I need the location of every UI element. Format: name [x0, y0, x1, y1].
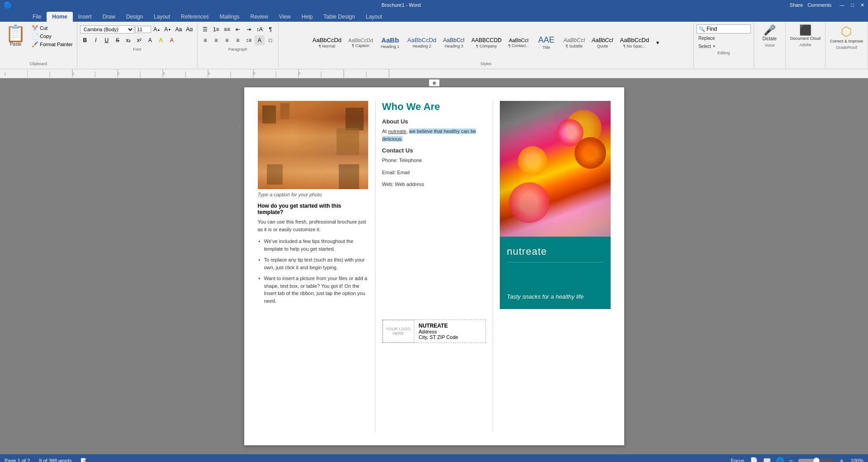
- intro-text[interactable]: You can use this fresh, professional bro…: [258, 218, 368, 233]
- font-color-button[interactable]: A: [167, 35, 177, 45]
- text-case-button[interactable]: Aα: [185, 24, 194, 34]
- bullet-2[interactable]: To replace any tip text (such as this) w…: [258, 256, 368, 271]
- font-shrink-button[interactable]: A▼: [163, 24, 173, 34]
- tab-tabledesign[interactable]: Table Design: [318, 12, 360, 22]
- style-subtitle[interactable]: AaBbCcI ¶ Subtitle: [560, 35, 588, 50]
- bullet-1[interactable]: We've included a few tips throughout the…: [258, 238, 368, 252]
- zoom-level[interactable]: 100%: [849, 458, 863, 462]
- superscript-button[interactable]: x²: [134, 35, 144, 45]
- right-column[interactable]: nutreate Tasty snacks for a healthy life: [493, 101, 611, 432]
- copy-button[interactable]: 📄 Copy: [30, 33, 74, 40]
- address-text[interactable]: Address: [419, 329, 458, 334]
- web-view-icon[interactable]: 🌐: [776, 457, 784, 462]
- subscript-button[interactable]: x₂: [123, 35, 133, 45]
- table-move-handle[interactable]: ⊕: [429, 79, 440, 86]
- tab-layout2[interactable]: Layout: [360, 12, 388, 22]
- style-caption[interactable]: AaBbCcDd ¶ Caption: [345, 36, 376, 50]
- tab-references[interactable]: References: [175, 12, 214, 22]
- tab-review[interactable]: Review: [245, 12, 274, 22]
- style-heading3[interactable]: AaBbCcI Heading 3: [440, 35, 468, 50]
- layout-view-icon[interactable]: 📄: [750, 457, 758, 462]
- style-heading2[interactable]: AaBbCcDd Heading 2: [404, 35, 440, 50]
- numbering-button[interactable]: 1≡: [211, 24, 221, 34]
- strikethrough-button[interactable]: S: [113, 35, 123, 45]
- left-column[interactable]: Type a caption for your photo How do you…: [258, 101, 375, 432]
- style-nospace[interactable]: AaBbCcDd ¶ No Spac...: [617, 35, 652, 50]
- underline-button[interactable]: U: [102, 35, 112, 45]
- clear-format-button[interactable]: Aa: [174, 24, 184, 34]
- logo-placeholder[interactable]: YOUR LOGO HERE: [383, 320, 414, 343]
- sort-button[interactable]: ↕A: [255, 24, 265, 34]
- about-us-text[interactable]: At nutreate, we believe that healthy can…: [382, 128, 486, 143]
- zoom-minus-button[interactable]: −: [789, 457, 793, 462]
- zoom-plus-button[interactable]: +: [840, 457, 844, 462]
- focus-label[interactable]: Focus: [731, 458, 745, 462]
- web-text[interactable]: Web: Web address: [382, 181, 486, 188]
- font-grow-button[interactable]: A▲: [152, 24, 162, 34]
- show-para-button[interactable]: ¶: [266, 24, 275, 34]
- font-size-input[interactable]: [135, 26, 151, 33]
- styles-scroll-down[interactable]: ▼: [653, 38, 663, 48]
- tab-mailings[interactable]: Mailings: [214, 12, 245, 22]
- phone-text[interactable]: Phone: Telephone: [382, 157, 486, 164]
- comments-button[interactable]: Comments: [807, 2, 831, 8]
- tab-home[interactable]: Home: [47, 12, 72, 22]
- increase-indent-button[interactable]: ⇥: [244, 24, 254, 34]
- who-we-are-heading[interactable]: Who We Are: [382, 101, 486, 113]
- tab-draw[interactable]: Draw: [97, 12, 121, 22]
- word-count[interactable]: 9 of 388 words: [39, 458, 71, 462]
- text-effects-button[interactable]: A: [145, 35, 155, 45]
- tab-layout[interactable]: Layout: [148, 12, 175, 22]
- replace-button[interactable]: Replace: [697, 35, 751, 42]
- photo-caption[interactable]: Type a caption for your photo: [258, 192, 368, 197]
- tab-insert[interactable]: Insert: [73, 12, 97, 22]
- document-cloud-button[interactable]: ⬛ Document Cloud: [788, 24, 822, 42]
- zoom-slider[interactable]: [798, 459, 835, 462]
- bullet-3[interactable]: Want to insert a picture from your files…: [258, 275, 368, 305]
- style-title[interactable]: AAE Title: [533, 33, 560, 52]
- cut-button[interactable]: ✂️ Cut: [30, 24, 74, 32]
- select-button[interactable]: Select ▼: [697, 43, 751, 50]
- tagline[interactable]: Tasty snacks for a healthy life: [507, 293, 603, 300]
- align-center-button[interactable]: ≡: [211, 35, 221, 45]
- about-us-heading[interactable]: About Us: [382, 118, 486, 125]
- tab-design[interactable]: Design: [121, 12, 148, 22]
- city-text[interactable]: City, ST ZIP Code: [419, 334, 458, 340]
- highlight-button[interactable]: A: [156, 35, 166, 45]
- bold-button[interactable]: B: [80, 35, 90, 45]
- dictate-button[interactable]: 🎤 Dictate: [761, 24, 778, 42]
- justify-button[interactable]: ≡: [233, 35, 243, 45]
- style-company[interactable]: AABBCCDD ¶ Company: [468, 35, 505, 50]
- multilevel-list-button[interactable]: ≡≡: [222, 24, 232, 34]
- email-text[interactable]: Email: Email: [382, 169, 486, 176]
- company-name-label[interactable]: NUTREATE: [419, 323, 458, 329]
- read-view-icon[interactable]: 📖: [763, 457, 771, 462]
- align-left-button[interactable]: ≡: [200, 35, 210, 45]
- bullets-button[interactable]: ☰: [200, 24, 210, 34]
- align-right-button[interactable]: ≡: [222, 35, 232, 45]
- contact-us-heading[interactable]: Contact Us: [382, 147, 486, 154]
- style-heading1[interactable]: AaBb Heading 1: [377, 34, 404, 51]
- style-contact[interactable]: AaBbCcI ¶ Contact...: [505, 36, 532, 50]
- brand-name[interactable]: nutreate: [507, 246, 603, 257]
- getting-started-heading[interactable]: How do you get started with this templat…: [258, 203, 368, 215]
- decrease-indent-button[interactable]: ⇤: [233, 24, 243, 34]
- share-button[interactable]: Share: [790, 2, 803, 8]
- paste-button[interactable]: 📋 Paste: [3, 24, 28, 48]
- middle-column[interactable]: Who We Are About Us At nutreate, we beli…: [375, 101, 493, 432]
- line-spacing-button[interactable]: ↕≡: [244, 35, 254, 45]
- document-page[interactable]: ⊕ Type a caption for your photo Ho: [244, 87, 624, 445]
- style-quote[interactable]: AaBbCcI Quote: [588, 35, 616, 50]
- font-name-select[interactable]: Cambria (Body): [80, 25, 134, 33]
- style-normal[interactable]: AaBbCcDd ¶ Normal: [309, 35, 345, 50]
- tab-file[interactable]: File: [27, 12, 47, 22]
- shading-button[interactable]: A: [255, 35, 265, 45]
- italic-button[interactable]: I: [91, 35, 101, 45]
- teal-brand-box[interactable]: nutreate Tasty snacks for a healthy life: [500, 237, 611, 309]
- borders-button[interactable]: □: [266, 35, 275, 45]
- format-painter-button[interactable]: 🖌️ Format Painter: [30, 41, 74, 48]
- tab-view[interactable]: View: [274, 12, 296, 22]
- tab-help[interactable]: Help: [296, 12, 318, 22]
- logo-row[interactable]: YOUR LOGO HERE NUTREATE Address City, ST…: [382, 319, 486, 343]
- find-button[interactable]: 🔍 Find: [697, 24, 751, 33]
